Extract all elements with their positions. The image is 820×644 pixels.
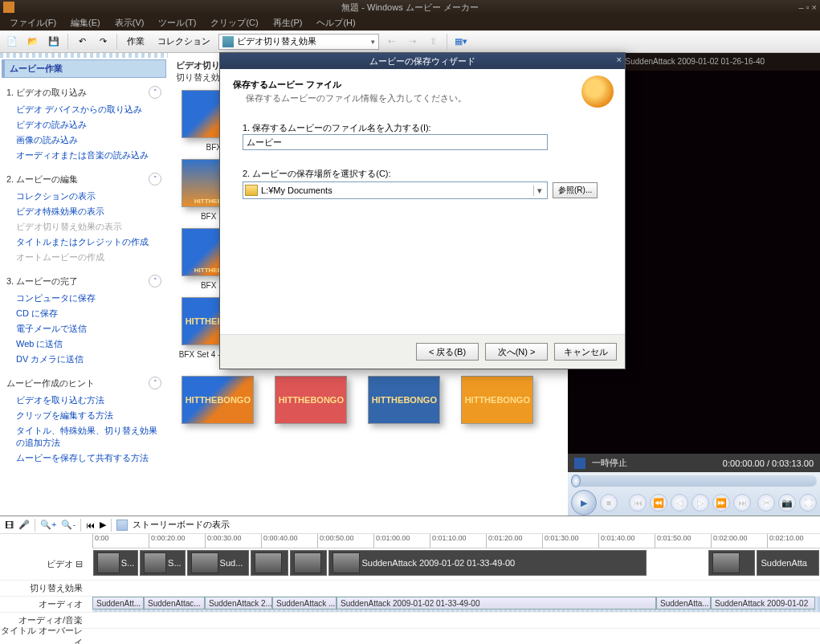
collapse-icon[interactable]: ˄ <box>149 86 161 99</box>
task-save-pc[interactable]: コンピュータに保存 <box>6 291 161 306</box>
title-track[interactable] <box>92 629 820 644</box>
task-import-audio[interactable]: オーディオまたは音楽の読み込み <box>6 148 161 163</box>
split-button[interactable]: ✂ <box>757 494 775 512</box>
collapse-icon[interactable]: ˄ <box>149 377 161 389</box>
video-clip[interactable]: S... <box>140 550 185 576</box>
save-icon[interactable]: 💾 <box>45 33 63 51</box>
video-clip[interactable]: Sud... <box>187 550 250 576</box>
video-clip[interactable] <box>708 550 755 576</box>
seek-thumb[interactable] <box>571 475 581 487</box>
menu-tools[interactable]: ツール(T) <box>152 15 202 31</box>
next-button[interactable]: ⏭ <box>733 494 751 512</box>
up-icon[interactable]: ⇧ <box>424 33 442 51</box>
view-icon[interactable]: ▦▾ <box>452 33 470 51</box>
track-video-label: ビデオ <box>47 559 73 569</box>
snapshot-button[interactable]: 📷 <box>778 494 796 512</box>
video-clip[interactable]: SuddenAtta <box>757 550 819 576</box>
open-icon[interactable]: 📂 <box>24 33 42 51</box>
hint-capture[interactable]: ビデオを取り込む方法 <box>6 393 161 408</box>
menu-help[interactable]: ヘルプ(H) <box>310 15 361 31</box>
task-send-dv[interactable]: DV カメラに送信 <box>6 352 161 367</box>
rewind-button[interactable]: ⏪ <box>650 494 667 512</box>
transition-track[interactable] <box>92 581 820 596</box>
collections-toggle[interactable]: コレクション <box>153 34 215 49</box>
step-fwd-button[interactable]: ▷ <box>691 494 709 512</box>
task-view-collections[interactable]: コレクションの表示 <box>6 189 161 204</box>
collapse-icon[interactable]: ˄ <box>149 173 161 185</box>
redo-icon[interactable]: ↷ <box>94 33 112 51</box>
timeline-tool-icon[interactable]: 🎞 <box>5 520 14 530</box>
audio-track[interactable]: SuddenAtt... SuddenAttac... SuddenAttack… <box>92 597 820 612</box>
wizard-icon <box>581 75 614 108</box>
task-import-image[interactable]: 画像の読み込み <box>6 132 161 148</box>
transition-item[interactable]: HITTHEBONGO <box>454 376 541 424</box>
play-button[interactable]: ▶ <box>571 490 597 516</box>
audio-clip[interactable]: SuddenAttack 2009-01-02 <box>711 597 815 609</box>
video-clip[interactable]: SuddenAttack 2009-01-02 01-33-49-00 <box>328 550 647 576</box>
undo-icon[interactable]: ↶ <box>73 33 91 51</box>
audio-clip[interactable]: SuddenAttac... <box>144 597 205 609</box>
hint-edit[interactable]: クリップを編集する方法 <box>6 408 161 423</box>
task-view-transitions: ビデオ切り替え効果の表示 <box>6 219 161 234</box>
video-clip[interactable] <box>290 550 328 576</box>
hint-save[interactable]: ムービーを保存して共有する方法 <box>6 450 161 466</box>
audio-clip[interactable]: SuddenAtt... <box>92 597 144 609</box>
tasks-toggle[interactable]: 作業 <box>122 34 149 49</box>
track-title-label: タイトル オーバーレイ <box>0 625 92 645</box>
menu-play[interactable]: 再生(P) <box>267 15 309 31</box>
dialog-sub: 保存するムービーのファイル情報を入力してください。 <box>233 92 612 104</box>
timeline-ruler[interactable]: 0:000:00:20.000:00:30.000:00:40.000:00:5… <box>92 534 820 548</box>
play-timeline-icon[interactable]: ▶ <box>100 520 106 530</box>
task-send-email[interactable]: 電子メールで送信 <box>6 321 161 336</box>
step-back-button[interactable]: ◁ <box>671 494 688 512</box>
nav-back-icon[interactable]: ⇠ <box>382 33 400 51</box>
menu-edit[interactable]: 編集(E) <box>64 15 107 31</box>
task-import-video[interactable]: ビデオの読み込み <box>6 117 161 132</box>
transition-item[interactable]: HITTHEBONGO <box>174 376 261 424</box>
window-controls[interactable]: – ▫ × <box>798 2 817 12</box>
audio-clip[interactable]: SuddenAttack 2009-01-02 01-33-49-00 <box>337 597 656 609</box>
task-view-effects[interactable]: ビデオ特殊効果の表示 <box>6 204 161 219</box>
new-icon[interactable]: 📄 <box>3 33 21 51</box>
next-button[interactable]: 次へ(N) > <box>485 343 548 361</box>
combo-value: ビデオ切り替え効果 <box>237 35 316 47</box>
audio-clip[interactable]: SuddenAtta... <box>656 597 711 609</box>
video-track[interactable]: S... S... Sud... SuddenAttack 2009-01-02… <box>92 548 820 580</box>
forward-button[interactable]: ⏩ <box>712 494 730 512</box>
audio-clip[interactable]: SuddenAttack ... <box>272 597 337 609</box>
transition-item[interactable]: HITTHEBONGO <box>267 376 354 424</box>
expand-icon[interactable]: ⊟ <box>75 559 83 569</box>
rewind-timeline-icon[interactable]: ⏮ <box>86 520 95 530</box>
audiomusic-track[interactable] <box>92 613 820 628</box>
nav-fwd-icon[interactable]: ⇢ <box>403 33 421 51</box>
storyboard-toggle[interactable]: ストーリーボードの表示 <box>133 519 230 531</box>
stop-button[interactable]: ■ <box>600 494 618 512</box>
seek-slider[interactable] <box>571 475 817 487</box>
task-capture-device[interactable]: ビデオ デバイスからの取り込み <box>6 102 161 117</box>
transition-item[interactable]: HITTHEBONGO <box>361 376 447 424</box>
zoom-in-icon[interactable]: 🔍+ <box>40 520 56 530</box>
task-make-titles[interactable]: タイトルまたはクレジットの作成 <box>6 234 161 250</box>
zoom-out-icon[interactable]: 🔍- <box>61 520 75 530</box>
collection-combo[interactable]: ビデオ切り替え効果 ▾ <box>218 34 379 50</box>
browse-button[interactable]: 参照(R)... <box>553 182 598 198</box>
collapse-icon[interactable]: ˄ <box>149 275 161 287</box>
audio-clip[interactable]: SuddenAttack 2... <box>205 597 272 609</box>
close-icon[interactable]: × <box>617 55 622 64</box>
menu-file[interactable]: ファイル(F) <box>3 15 63 31</box>
task-send-web[interactable]: Web に送信 <box>6 336 161 352</box>
hint-titles[interactable]: タイトル、特殊効果、切り替え効果の追加方法 <box>6 423 161 450</box>
narrate-icon[interactable]: 🎤 <box>18 520 30 530</box>
location-combo[interactable]: L:¥My Documents ▾ <box>243 181 548 199</box>
prev-button[interactable]: ⏮ <box>629 494 647 512</box>
cancel-button[interactable]: キャンセル <box>554 343 617 361</box>
fullscreen-button[interactable]: ⛶ <box>799 494 817 512</box>
menu-view[interactable]: 表示(V) <box>108 15 151 31</box>
menu-clip[interactable]: クリップ(C) <box>204 15 264 31</box>
video-clip[interactable] <box>251 550 288 576</box>
filename-input[interactable] <box>243 134 548 150</box>
back-button[interactable]: < 戻る(B) <box>416 343 479 361</box>
task-save-cd[interactable]: CD に保存 <box>6 306 161 321</box>
video-clip[interactable]: S... <box>93 550 138 576</box>
preview-status-bar: 一時停止 0:00:00.00 / 0:03:13.00 <box>568 454 820 472</box>
